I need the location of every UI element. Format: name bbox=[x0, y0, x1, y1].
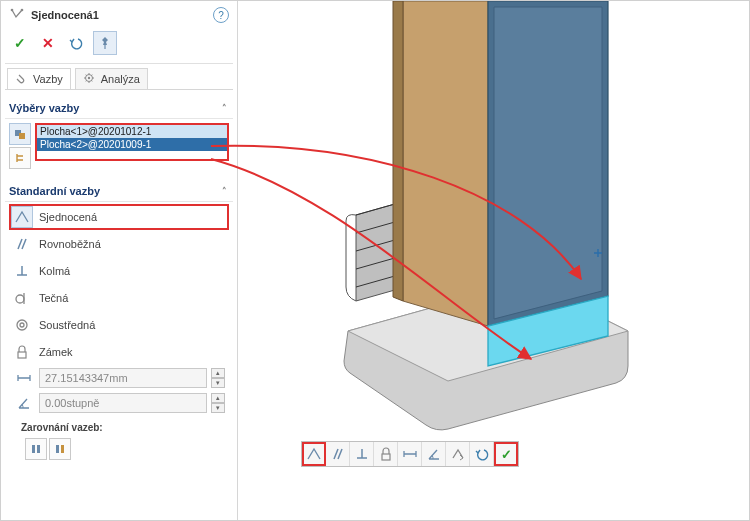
mate-property-panel: Sjednocená1 ? ✓ ✕ Vazby Analýza Výběry v… bbox=[1, 1, 238, 520]
svg-point-9 bbox=[17, 320, 27, 330]
ctx-distance[interactable] bbox=[398, 442, 422, 466]
tab-analysis-label: Analýza bbox=[101, 73, 140, 85]
mate-tangent[interactable]: Tečná bbox=[9, 285, 229, 311]
align-flip-button[interactable] bbox=[49, 438, 71, 460]
svg-rect-15 bbox=[61, 445, 64, 453]
mate-coincident[interactable]: Sjednocená bbox=[9, 204, 229, 230]
mate-icon bbox=[9, 7, 25, 23]
ok-button[interactable]: ✓ bbox=[9, 32, 31, 54]
alignment-label: Zarovnání vazeb: bbox=[9, 416, 229, 435]
mate-parallel[interactable]: Rovnoběžná bbox=[9, 231, 229, 257]
tangent-icon bbox=[11, 287, 33, 309]
selection-list[interactable]: Plocha<1>@20201012-1 Plocha<2>@20201009-… bbox=[35, 123, 229, 161]
ctx-angle[interactable] bbox=[422, 442, 446, 466]
tab-mates[interactable]: Vazby bbox=[7, 68, 71, 89]
mate-lock-label: Zámek bbox=[39, 346, 73, 358]
chevron-up-icon bbox=[222, 103, 227, 113]
angle-row: ▴▾ bbox=[9, 391, 229, 415]
cancel-button[interactable]: ✕ bbox=[37, 32, 59, 54]
svg-rect-12 bbox=[32, 445, 35, 453]
mate-concentric-label: Soustředná bbox=[39, 319, 95, 331]
tab-mates-label: Vazby bbox=[33, 73, 63, 85]
spin-up[interactable]: ▴ bbox=[211, 393, 225, 403]
section-selections-header[interactable]: Výběry vazby bbox=[5, 96, 233, 119]
distance-icon bbox=[13, 367, 35, 389]
multi-mate-button[interactable] bbox=[9, 147, 31, 169]
ctx-ok[interactable]: ✓ bbox=[494, 442, 518, 466]
ctx-undo[interactable] bbox=[470, 442, 494, 466]
svg-rect-14 bbox=[56, 445, 59, 453]
ctx-coincident[interactable] bbox=[302, 442, 326, 466]
svg-rect-16 bbox=[382, 454, 390, 460]
concentric-icon bbox=[11, 314, 33, 336]
mate-parallel-label: Rovnoběžná bbox=[39, 238, 101, 250]
spin-down[interactable]: ▾ bbox=[211, 378, 225, 388]
context-mate-toolbar: ✓ bbox=[301, 441, 519, 467]
distance-field[interactable] bbox=[39, 368, 207, 388]
perpendicular-icon bbox=[11, 260, 33, 282]
mate-perpendicular-label: Kolmá bbox=[39, 265, 70, 277]
selection-item[interactable]: Plocha<2>@20201009-1 bbox=[37, 138, 227, 151]
spin-down[interactable]: ▾ bbox=[211, 403, 225, 413]
ctx-parallel[interactable] bbox=[326, 442, 350, 466]
undo-button[interactable] bbox=[65, 32, 87, 54]
distance-row: ▴▾ bbox=[9, 366, 229, 390]
align-same-button[interactable] bbox=[25, 438, 47, 460]
command-row: ✓ ✕ bbox=[5, 29, 233, 64]
ctx-lock[interactable] bbox=[374, 442, 398, 466]
mate-perpendicular[interactable]: Kolmá bbox=[9, 258, 229, 284]
coincident-icon bbox=[11, 206, 33, 228]
svg-rect-6 bbox=[19, 133, 25, 139]
svg-point-10 bbox=[20, 323, 24, 327]
svg-point-1 bbox=[21, 9, 24, 12]
svg-point-4 bbox=[88, 77, 90, 79]
tab-row: Vazby Analýza bbox=[5, 64, 233, 90]
section-selections-label: Výběry vazby bbox=[9, 102, 79, 114]
ctx-flip[interactable] bbox=[446, 442, 470, 466]
selection-mode-button[interactable] bbox=[9, 123, 31, 145]
parallel-icon bbox=[11, 233, 33, 255]
mate-tangent-label: Tečná bbox=[39, 292, 68, 304]
mate-lock[interactable]: Zámek bbox=[9, 339, 229, 365]
selection-item[interactable]: Plocha<1>@20201012-1 bbox=[37, 125, 227, 138]
svg-rect-13 bbox=[37, 445, 40, 453]
pin-button[interactable] bbox=[93, 31, 117, 55]
gear-icon bbox=[83, 72, 97, 86]
svg-point-7 bbox=[16, 295, 24, 303]
panel-title: Sjednocená1 bbox=[31, 9, 207, 21]
mate-concentric[interactable]: Soustředná bbox=[9, 312, 229, 338]
angle-icon bbox=[13, 392, 35, 414]
spin-up[interactable]: ▴ bbox=[211, 368, 225, 378]
svg-rect-11 bbox=[18, 352, 26, 358]
clip-icon bbox=[15, 72, 29, 86]
section-standard-label: Standardní vazby bbox=[9, 185, 100, 197]
help-icon[interactable]: ? bbox=[213, 7, 229, 23]
angle-field[interactable] bbox=[39, 393, 207, 413]
tab-analysis[interactable]: Analýza bbox=[75, 68, 148, 89]
section-standard-header[interactable]: Standardní vazby bbox=[5, 179, 233, 202]
ctx-perpendicular[interactable] bbox=[350, 442, 374, 466]
svg-point-0 bbox=[11, 9, 14, 12]
chevron-up-icon bbox=[222, 186, 227, 196]
mate-coincident-label: Sjednocená bbox=[39, 211, 97, 223]
lock-icon bbox=[11, 341, 33, 363]
